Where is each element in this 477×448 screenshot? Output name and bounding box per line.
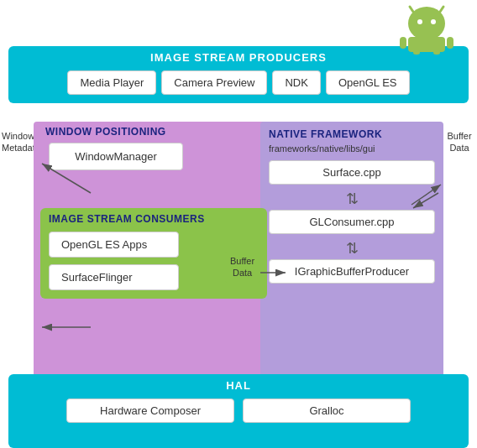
consumers-title: IMAGE STREAM CONSUMERS xyxy=(49,213,259,225)
image-stream-producers: IMAGE STREAM PRODUCERS Media Player Came… xyxy=(8,46,469,103)
hal-item-gralloc: Gralloc xyxy=(243,399,411,423)
producer-item-ndk: NDK xyxy=(272,70,320,95)
native-box-igraphicbuffer: IGraphicBufferProducer xyxy=(269,259,435,284)
native-box-surface-cpp: Surface.cpp xyxy=(269,160,435,185)
hal-row: Hardware Composer Gralloc xyxy=(17,399,460,423)
window-manager-box: WindowManager xyxy=(49,143,183,170)
arrow-down-2: ⇅ xyxy=(269,239,435,258)
buffer-data-label-right: BufferData xyxy=(443,130,475,154)
svg-rect-5 xyxy=(408,37,445,52)
android-robot xyxy=(393,0,460,55)
consumer-item-opengl-es-apps: OpenGL ES Apps xyxy=(49,232,179,258)
hal-section: HAL Hardware Composer Gralloc xyxy=(8,374,469,448)
arrow-down-1: ⇅ xyxy=(269,190,435,208)
buffer-data-small-label: BufferData xyxy=(225,252,259,283)
producer-item-opengl-es: OpenGL ES xyxy=(326,70,410,95)
svg-point-4 xyxy=(431,19,436,24)
svg-rect-8 xyxy=(413,50,420,55)
window-positioning-section: WINDOW POSITIONING WindowManager xyxy=(42,126,265,170)
consumer-item-surface-flinger: SurfaceFlinger xyxy=(49,264,179,290)
hal-item-hardware-composer: Hardware Composer xyxy=(66,399,234,423)
svg-point-3 xyxy=(417,19,422,24)
svg-rect-7 xyxy=(447,37,453,49)
svg-point-2 xyxy=(408,7,445,40)
window-positioning-title: WINDOW POSITIONING xyxy=(42,126,265,138)
svg-rect-6 xyxy=(400,37,406,49)
native-path: frameworks/native/libs/gui xyxy=(269,143,435,154)
native-framework-section: NATIVE FRAMEWORK frameworks/native/libs/… xyxy=(260,122,443,379)
producer-item-camera-preview: Camera Preview xyxy=(161,70,267,95)
svg-rect-9 xyxy=(433,50,440,55)
window-metadata-label: WindowMetadata xyxy=(2,130,34,154)
main-container: IMAGE STREAM PRODUCERS Media Player Came… xyxy=(0,0,477,448)
native-framework-title: NATIVE FRAMEWORK xyxy=(269,128,435,140)
native-box-glconsumer: GLConsumer.cpp xyxy=(269,210,435,234)
producers-row: Media Player Camera Preview NDK OpenGL E… xyxy=(17,70,460,95)
producer-item-media-player: Media Player xyxy=(67,70,156,95)
hal-title: HAL xyxy=(17,379,460,392)
